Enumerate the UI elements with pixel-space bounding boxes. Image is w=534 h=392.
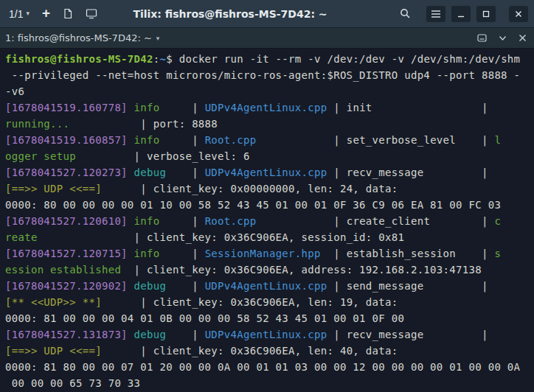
terminal-menu-button[interactable] <box>499 35 507 41</box>
maximize-button[interactable] <box>476 6 496 22</box>
terminal-text-segment: : <box>153 53 160 65</box>
terminal-text-segment: | <box>160 134 205 146</box>
terminal-text-segment: UDPv4AgentLinux.cpp <box>205 167 327 178</box>
terminal-titlebar[interactable]: 1: fishros@fishros-MS-7D42: ~ ▾ <box>0 28 534 49</box>
terminal-text-segment: [1678041527.120715] <box>5 248 128 259</box>
terminal-line: ogger setup | verbose_level: 6 <box>5 148 534 164</box>
terminal-line: 0000: 81 00 00 00 04 01 0B 00 00 00 58 5… <box>5 310 534 326</box>
terminal-text-segment: debug <box>134 329 167 340</box>
terminal-text-segment: | <box>166 280 204 292</box>
close-terminal-button[interactable] <box>519 34 527 42</box>
terminal-text-segment: [==>> UDP <<==] <box>5 183 102 195</box>
search-icon <box>400 8 411 19</box>
terminal-text-segment: running... <box>5 118 69 130</box>
terminal-output[interactable]: fishros@fishros-MS-7D42:~$ docker run -i… <box>0 49 534 392</box>
chevron-down-icon: ▾ <box>156 35 160 42</box>
terminal-text-segment: 0000: 81 80 00 00 07 01 20 00 00 0A 00 0… <box>5 361 520 373</box>
tilix-window: 1/1 ▾ + <box>0 0 534 392</box>
session-indicator-dropdown[interactable]: 1/1 ▾ <box>6 7 32 21</box>
titlebar: 1/1 ▾ + <box>0 0 534 28</box>
terminal-line: 0000: 81 80 00 00 07 01 20 00 00 0A 00 0… <box>5 359 534 375</box>
terminal-text-segment: [1678041527.131873] <box>5 329 128 340</box>
terminal-text-segment <box>128 215 134 227</box>
terminal-text-segment: l <box>494 134 501 146</box>
sync-input-button[interactable] <box>477 33 487 43</box>
terminal-tab-title[interactable]: 1: fishros@fishros-MS-7D42: ~ ▾ <box>5 32 159 43</box>
terminal-text-segment: [1678041519.160778] <box>5 102 128 113</box>
terminal-line: [** <<UDP>> **] | client_key: 0x36C906EA… <box>5 294 534 310</box>
hamburger-menu-icon <box>431 10 440 18</box>
minimize-button[interactable] <box>451 6 471 22</box>
terminal-text-segment: info <box>134 134 160 146</box>
terminal-text-segment: SessionManager.hpp <box>205 248 321 259</box>
terminal-text-segment: 0000: 80 00 00 00 00 01 10 00 58 52 43 4… <box>5 199 501 211</box>
document-icon <box>63 8 73 19</box>
terminal-text-segment: | set_verbose_level | <box>256 134 494 146</box>
terminal-line: [1678041519.160857] info | Root.cpp | se… <box>5 132 534 148</box>
plus-icon: + <box>42 6 50 20</box>
new-window-button[interactable] <box>83 7 100 21</box>
terminal-text-segment: [1678041527.120902] <box>5 280 128 292</box>
terminal-text-segment: | establish_session | <box>321 248 495 259</box>
terminal-text-segment: Root.cpp <box>205 215 257 227</box>
terminal-text-segment <box>128 329 134 340</box>
titlebar-right-controls <box>397 6 528 22</box>
terminal-line: [1678041527.120902] debug | UDPv4AgentLi… <box>5 278 534 294</box>
terminal-text-segment: | client_key: 0x36C906EA, session_id: 0x… <box>38 231 405 243</box>
terminal-line: 0000: 80 00 00 00 00 01 10 00 58 52 43 4… <box>5 197 534 213</box>
terminal-text-segment: | <box>160 102 205 113</box>
terminal-text-segment: ogger setup <box>5 150 76 162</box>
duplicate-session-button[interactable] <box>60 7 76 21</box>
terminal-text-segment: | <box>166 167 204 178</box>
terminal-text-segment: | send_message | <box>327 280 494 292</box>
terminal-text-segment: info <box>134 248 160 259</box>
chevron-down-icon: ▾ <box>26 10 30 17</box>
new-session-button[interactable]: + <box>39 6 53 21</box>
terminal-line: ession established | client_key: 0x36C90… <box>5 262 534 278</box>
search-button[interactable] <box>397 7 414 21</box>
terminal-text-segment: [1678041527.120273] <box>5 167 128 178</box>
terminal-line: [1678041527.120273] debug | UDPv4AgentLi… <box>5 164 534 181</box>
terminal-text-segment: reate <box>5 231 38 243</box>
window-title: Tilix: fishros@fishros-MS-7D42: ~ <box>74 8 386 20</box>
terminal-line: [1678041527.131873] debug | UDPv4AgentLi… <box>5 326 534 343</box>
terminal-line: [1678041519.160778] info | UDPv4AgentLin… <box>5 99 534 116</box>
terminal-text-segment: | recv_message | <box>327 167 494 178</box>
terminal-text-segment: | client_key: 0x36C906EA, len: 19, data: <box>102 296 398 308</box>
terminal-line: [==>> UDP <<==] | client_key: 0x00000000… <box>5 181 534 197</box>
monitor-icon <box>86 8 97 19</box>
titlebar-left-controls: 1/1 ▾ + <box>6 6 107 21</box>
terminal-text-segment: c <box>494 215 501 227</box>
sync-input-icon <box>477 33 487 43</box>
chevron-down-icon <box>499 35 507 41</box>
terminal-text-segment: ession established <box>5 264 121 276</box>
terminal-text-segment: [1678041527.120610] <box>5 215 128 227</box>
terminal-text-segment: info <box>134 102 160 113</box>
terminal-text-segment <box>128 167 134 178</box>
terminal-text-segment: | recv_message | <box>327 329 494 340</box>
terminal-line: [==>> UDP <<==] | client_key: 0x36C906EA… <box>5 343 534 359</box>
terminal-text-segment: [** <<UDP>> **] <box>5 296 102 308</box>
terminal-text-segment: --privileged --net=host microros/micro-r… <box>5 69 520 81</box>
terminal-text-segment: | <box>160 215 205 227</box>
terminal-text-segment: UDPv4AgentLinux.cpp <box>205 329 327 340</box>
terminal-text-segment: 0000: 81 00 00 00 04 01 0B 00 00 00 58 5… <box>5 312 404 324</box>
terminal-text-segment: debug <box>134 280 167 292</box>
minimize-icon <box>457 10 465 18</box>
terminal-text-segment: info <box>134 215 160 227</box>
terminal-text-segment: | client_key: 0x36C906EA, len: 40, data: <box>102 345 398 357</box>
terminal-text-segment: [1678041519.160857] <box>5 134 128 146</box>
terminal-text-segment: ~ <box>160 53 167 65</box>
terminal-line: running... | port: 8888 <box>5 116 534 132</box>
terminal-text-segment: s <box>494 248 501 259</box>
terminal-line: fishros@fishros-MS-7D42:~$ docker run -i… <box>5 51 534 67</box>
close-button[interactable] <box>509 6 528 22</box>
terminal-line: [1678041527.120715] info | SessionManage… <box>5 245 534 262</box>
terminal-text-segment: | <box>160 248 205 259</box>
terminal-titlebar-actions <box>477 33 527 43</box>
terminal-line: -v6 <box>5 83 534 99</box>
menu-button[interactable] <box>426 6 445 22</box>
terminal-text-segment: | client_key: 0x00000000, len: 24, data: <box>102 183 398 195</box>
terminal-text-segment: UDPv4AgentLinux.cpp <box>205 280 327 292</box>
close-icon <box>519 34 527 42</box>
